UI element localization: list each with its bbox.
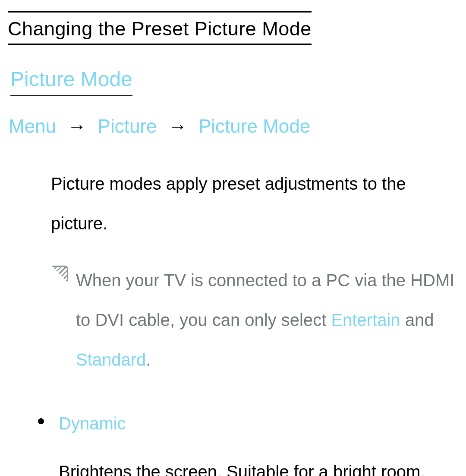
mode-desc: Brightens the screen. Suitable for a bri… xyxy=(59,452,458,476)
intro-paragraph: Picture modes apply preset adjustments t… xyxy=(51,164,458,243)
breadcrumb-item-menu: Menu xyxy=(9,116,56,137)
note-accent-entertain: Entertain xyxy=(331,310,400,329)
breadcrumb-item-picture: Picture xyxy=(98,116,157,137)
breadcrumb: Menu → Picture → Picture Mode xyxy=(9,114,458,138)
list-item: Dynamic Brightens the screen. Suitable f… xyxy=(38,404,458,476)
note-text-mid: and xyxy=(400,310,434,329)
mode-name-dynamic: Dynamic xyxy=(59,414,126,433)
section-title: Picture Mode xyxy=(10,66,132,96)
note-block: When your TV is connected to a PC via th… xyxy=(51,260,458,379)
page-title-rule: Changing the Preset Picture Mode xyxy=(8,11,312,45)
note-text-post: . xyxy=(146,350,151,369)
page-title: Changing the Preset Picture Mode xyxy=(8,18,312,40)
note-accent-standard: Standard xyxy=(76,350,146,369)
breadcrumb-arrow-icon: → xyxy=(168,114,187,138)
breadcrumb-item-picture-mode: Picture Mode xyxy=(198,116,310,137)
modes-list: Dynamic Brightens the screen. Suitable f… xyxy=(38,404,458,476)
note-text: When your TV is connected to a PC via th… xyxy=(76,260,458,379)
note-icon xyxy=(51,266,68,283)
breadcrumb-arrow-icon: → xyxy=(67,114,86,138)
